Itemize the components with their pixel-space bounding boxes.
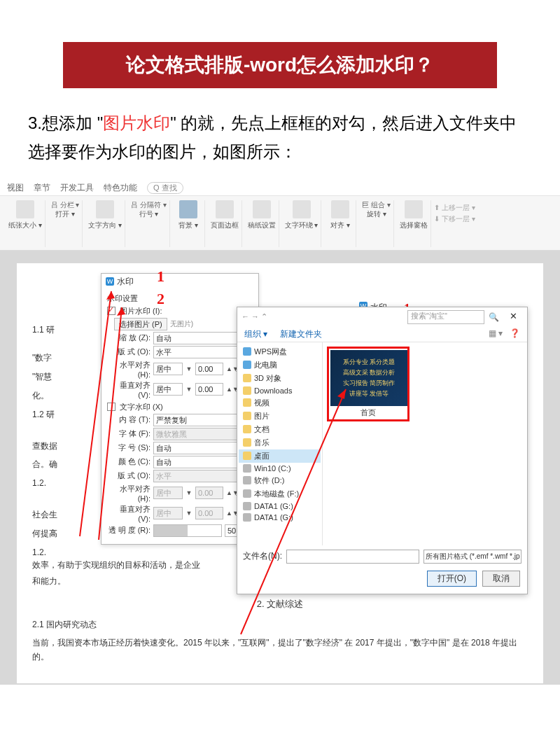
layout-select[interactable]: 水平 [153, 346, 243, 358]
doc-frag: "数字 [32, 350, 81, 366]
ribbon-pageborder[interactable]: 页面边框 [208, 200, 242, 247]
doc-frag: 何提高 [32, 526, 81, 542]
ribbon-rotate[interactable]: 巨 组合 ▾ 旋转 ▾ [359, 200, 394, 247]
callout-two: 2 [157, 290, 164, 308]
ribbon-align[interactable]: 对齐 ▾ [324, 200, 356, 247]
select-picture-button[interactable]: 选择图片 (P) [114, 318, 167, 330]
file-picker-search[interactable]: 搜索"淘宝" [407, 310, 484, 324]
ribbon-background[interactable]: 背景 ▾ [173, 200, 205, 247]
ribbon: 纸张大小 ▾ 吕 分栏 ▾ 打开 ▾ 文字方向 ▾ 吕 分隔符 ▾ 行号 ▾ 背… [0, 196, 560, 251]
filetype-filter[interactable]: 所有图片格式 (*.emf *.wmf *.jp [424, 550, 522, 564]
doc-frag: 查数据 [32, 438, 81, 454]
side-thispc[interactable]: 此电脑 [239, 358, 321, 372]
thumbnail-caption: 首页 [330, 407, 406, 418]
text-watermark-checkbox[interactable] [107, 403, 115, 411]
doc-frag: 化。 [32, 388, 81, 404]
file-picker-content[interactable]: 系分专业 系分类题 高级文采 数据分析 实习报告 简历制作 讲座等 发借等 首页 [323, 342, 527, 545]
side-video[interactable]: 视频 [239, 396, 321, 410]
picture-status: 无图片) [170, 319, 193, 329]
thumbnail-image: 系分专业 系分类题 高级文采 数据分析 实习报告 简历制作 讲座等 发借等 [330, 350, 407, 406]
layout2-field: 水平 [153, 470, 243, 482]
instruction-highlight: 图片水印 [103, 113, 170, 132]
side-drive-g2[interactable]: DATA1 (G:) [239, 512, 321, 523]
doc-frag: 1.2 研 [32, 407, 81, 423]
ribbon-papersetup[interactable]: 稿纸设置 [245, 200, 279, 247]
side-documents[interactable]: 文档 [239, 423, 321, 436]
open-button[interactable]: 打开(O) [427, 571, 477, 587]
doc-bottom-line: 效率，有助于实现组织的目标和活动，是企业 [32, 559, 263, 572]
watermark-dialog-title: W水印 [102, 274, 258, 290]
side-drive-g[interactable]: DATA1 (G:) [239, 501, 321, 512]
ribbon-textdir[interactable]: 文字方向 ▾ [85, 200, 125, 247]
side-wps[interactable]: WPS网盘 [239, 345, 321, 358]
doc-subsection: 2.1 国内研究动态 [32, 619, 97, 631]
filename-input[interactable] [286, 550, 419, 564]
side-drive-f[interactable]: 本地磁盘 (F:) [239, 487, 321, 501]
cancel-button[interactable]: 取消 [482, 571, 520, 587]
document-page: 1.1 研 "数字 "智慧 化。 1.2 研 查数据 合。确 1.2. 社会生 … [17, 263, 543, 683]
halign-offset[interactable]: 0.00 [195, 363, 223, 375]
doc-frag: "智慧 [32, 369, 81, 385]
content-field[interactable]: 严禁复制 [153, 414, 243, 426]
valign-select[interactable]: 居中 [153, 383, 183, 396]
side-drive-c[interactable]: Win10 (C:) [239, 463, 321, 474]
fp-organize[interactable]: 组织 ▾ [244, 328, 267, 340]
side-drive-d[interactable]: 软件 (D:) [239, 474, 321, 487]
workspace: 1.1 研 "数字 "智慧 化。 1.2 研 查数据 合。确 1.2. 社会生 … [0, 251, 560, 685]
fontsize-field[interactable]: 自动 [153, 442, 243, 454]
font-field: 微软雅黑 [153, 428, 243, 440]
watermark-section-label: 水印设置 [107, 293, 253, 304]
doc-frag: 1.1 研 [32, 322, 81, 338]
side-downloads[interactable]: Downloads [239, 385, 321, 396]
picture-watermark-checkbox[interactable] [107, 307, 115, 315]
callout-one: 1 [157, 267, 164, 286]
close-icon[interactable]: ✕ [503, 311, 523, 323]
picture-watermark-label: 图片水印 (I): [120, 306, 162, 316]
ribbon-wrap[interactable]: 文字环绕 ▾ [282, 200, 322, 247]
doc-bottom-line: 和能力。 [32, 575, 263, 588]
side-3d[interactable]: 3D 对象 [239, 372, 321, 385]
side-music[interactable]: 音乐 [239, 436, 321, 449]
instruction-text: 3.想添加 "图片水印" 的就，先点上框框的对勾，然后进入文件夹中选择要作为水印… [0, 109, 560, 179]
ribbon-lineno[interactable]: 吕 分隔符 ▾ 行号 ▾ [128, 200, 170, 247]
doc-frag: 合。确 [32, 456, 81, 473]
color-field[interactable]: 自动 [153, 456, 243, 468]
filename-label: 文件名(N): [243, 550, 282, 562]
valign-offset[interactable]: 0.00 [195, 383, 223, 396]
side-pictures[interactable]: 图片 [239, 410, 321, 423]
nav-arrows[interactable]: ← → ⌃ [241, 312, 267, 321]
text-watermark-label: 文字水印 (X) [120, 402, 163, 412]
opacity-slider[interactable] [153, 524, 222, 537]
doc-frag: 1.2. [32, 475, 81, 491]
doc-paragraph: 当前，我国资本市场正经历着快速变化。2015 年以来，"互联网"，提出了"数字经… [32, 636, 528, 664]
ribbon-send-backward[interactable]: ⬇ 下移一层 ▾ [434, 214, 475, 224]
instruction-prefix: 3.想添加 " [28, 113, 103, 132]
doc-frag: 社会生 [32, 507, 81, 523]
scale-select[interactable]: 自动 [153, 332, 243, 344]
tab-devtools[interactable]: 开发工具 [60, 182, 94, 194]
halign2-field: 居中 [153, 487, 183, 499]
watermark-dialog: W水印 水印设置 图片水印 (I): 选择图片 (P) 无图片) 缩 放 (Z)… [101, 273, 259, 545]
selected-thumbnail[interactable]: 系分专业 系分类题 高级文采 数据分析 实习报告 简历制作 讲座等 发借等 首页 [327, 347, 410, 421]
ribbon-pagesize[interactable]: 纸张大小 ▾ [6, 200, 46, 247]
page-banner: 论文格式排版-word怎么添加水印？ [63, 42, 497, 88]
tab-view[interactable]: 视图 [7, 182, 24, 194]
ribbon-open[interactable]: 吕 分栏 ▾ 打开 ▾ [48, 200, 83, 247]
fp-newfolder[interactable]: 新建文件夹 [280, 328, 322, 340]
tab-chapter[interactable]: 章节 [34, 182, 50, 194]
wps-logo-icon: W [106, 277, 114, 286]
search-chip[interactable]: Q 查找 [147, 182, 183, 194]
ribbon-layer-controls: ⬆ 上移一层 ▾ ⬇ 下移一层 ▾ [434, 200, 475, 247]
file-picker-dialog: ← → ⌃ 搜索"淘宝" 🔍 ✕ 组织 ▾ 新建文件夹 ▦ ▾ ❓ WPS网盘 … [237, 307, 528, 594]
word-tabs-row: 视图 章节 开发工具 特色功能 Q 查找 [0, 179, 560, 196]
doc-section-title: 2. 文献综述 [17, 598, 543, 610]
tab-features[interactable]: 特色功能 [104, 182, 137, 194]
valign2-field: 居中 [153, 507, 183, 519]
ribbon-bring-forward[interactable]: ⬆ 上移一层 ▾ [434, 203, 475, 213]
ribbon-selpane[interactable]: 选择窗格 [397, 200, 431, 247]
side-desktop[interactable]: 桌面 [239, 449, 321, 463]
halign-select[interactable]: 居中 [153, 363, 183, 375]
file-picker-sidebar: WPS网盘 此电脑 3D 对象 Downloads 视频 图片 文档 音乐 桌面… [237, 342, 323, 545]
